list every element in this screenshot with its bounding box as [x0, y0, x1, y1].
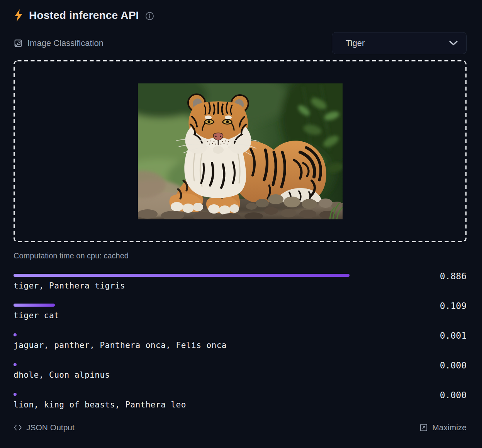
lightning-bolt-icon [14, 9, 24, 22]
result-bar [14, 393, 17, 396]
result-score: 0.000 [440, 360, 467, 370]
code-icon [14, 423, 22, 432]
result-bar [14, 363, 17, 366]
maximize-button[interactable]: Maximize [419, 423, 467, 432]
result-row: lion, king of beasts, Panthera leo 0.000 [14, 393, 467, 410]
result-score: 0.886 [440, 271, 467, 281]
computation-time: Computation time on cpu: cached [14, 251, 467, 260]
result-score: 0.001 [440, 331, 467, 341]
example-dropdown-value: Tiger [346, 38, 365, 48]
task-label-group: Image Classification [14, 38, 104, 48]
result-score: 0.000 [440, 390, 467, 400]
info-icon[interactable] [145, 12, 154, 20]
result-label: tiger, Panthera tigris [14, 281, 467, 291]
image-drop-zone[interactable] [14, 60, 467, 242]
result-score: 0.109 [440, 301, 467, 311]
chevron-down-icon [449, 41, 458, 46]
result-bar-track [14, 304, 393, 307]
maximize-icon [419, 423, 428, 432]
result-row: jaguar, panther, Panthera onca, Felis on… [14, 333, 467, 350]
json-output-label: JSON Output [26, 423, 75, 432]
result-bar-track [14, 393, 393, 396]
result-label: lion, king of beasts, Panthera leo [14, 400, 467, 410]
result-row: tiger cat 0.109 [14, 304, 467, 321]
result-label: tiger cat [14, 311, 467, 321]
task-row: Image Classification Tiger [14, 32, 467, 54]
task-label: Image Classification [27, 38, 104, 48]
widget-header: Hosted inference API [14, 7, 467, 24]
result-bar [14, 274, 350, 277]
example-dropdown[interactable]: Tiger [332, 32, 467, 54]
json-output-button[interactable]: JSON Output [14, 423, 75, 432]
result-label: dhole, Cuon alpinus [14, 370, 467, 380]
example-image-tiger [138, 83, 343, 219]
result-bar [14, 333, 17, 336]
widget-footer: JSON Output Maximize [14, 423, 467, 433]
classification-results: tiger, Panthera tigris 0.886 tiger cat 0… [14, 274, 467, 410]
image-classification-icon [14, 39, 23, 48]
result-label: jaguar, panther, Panthera onca, Felis on… [14, 341, 467, 350]
result-bar [14, 304, 55, 307]
result-bar-track [14, 363, 393, 366]
result-row: tiger, Panthera tigris 0.886 [14, 274, 467, 291]
result-bar-track [14, 274, 393, 277]
page-title: Hosted inference API [29, 9, 139, 22]
inference-widget: Hosted inference API Image Classificatio… [0, 0, 482, 448]
result-bar-track [14, 333, 393, 336]
result-row: dhole, Cuon alpinus 0.000 [14, 363, 467, 380]
maximize-label: Maximize [432, 423, 467, 432]
